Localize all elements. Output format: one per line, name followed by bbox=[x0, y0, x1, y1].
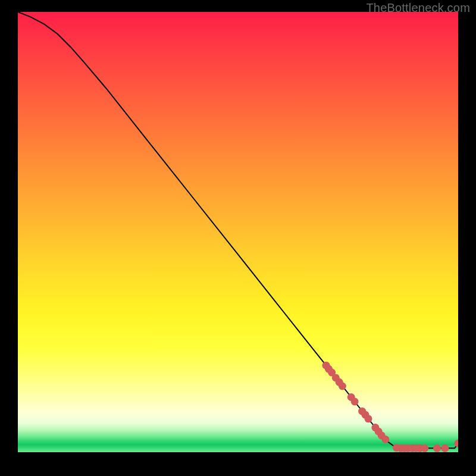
plot-area bbox=[18, 12, 458, 452]
chart-frame: TheBottleneck.com bbox=[0, 0, 476, 476]
data-point bbox=[365, 415, 372, 422]
data-point bbox=[455, 440, 459, 447]
data-point bbox=[421, 444, 428, 452]
data-point bbox=[433, 444, 441, 452]
data-point bbox=[339, 383, 346, 390]
bottleneck-curve bbox=[18, 12, 458, 448]
data-point bbox=[441, 444, 449, 452]
data-point bbox=[381, 436, 389, 443]
chart-overlay bbox=[18, 12, 458, 452]
data-point bbox=[351, 397, 359, 405]
scatter-points bbox=[322, 362, 459, 452]
